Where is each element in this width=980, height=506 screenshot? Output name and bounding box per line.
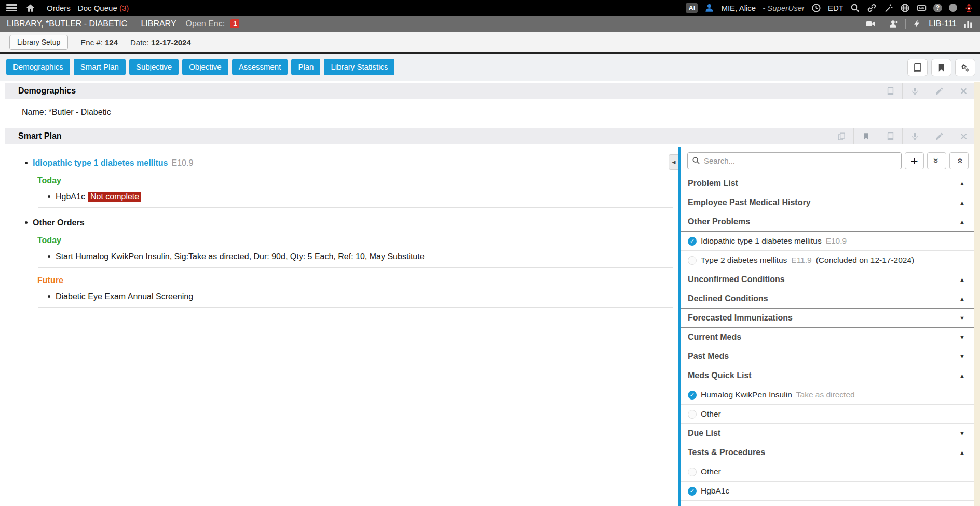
other-orders-label: Other Orders bbox=[33, 218, 85, 227]
demographics-content: Name: *Butler - Diabetic bbox=[0, 99, 980, 126]
order-side-panel: ◀ + » » Problem List ▲ Employee Past bbox=[678, 147, 974, 506]
book-icon[interactable] bbox=[878, 83, 902, 99]
pencil-icon[interactable] bbox=[927, 128, 951, 144]
open-enc-label: Open Enc: bbox=[186, 19, 225, 29]
user-icon[interactable] bbox=[704, 3, 714, 13]
panel-item[interactable]: Type 2 diabetes mellitus E11.9 (Conclude… bbox=[681, 251, 974, 270]
panel-section-header[interactable]: Past Meds ▼ bbox=[681, 347, 974, 366]
panel-search-input[interactable] bbox=[687, 152, 902, 169]
panel-item[interactable]: Other bbox=[681, 462, 974, 482]
panel-section-header[interactable]: Other Problems ▲ bbox=[681, 212, 974, 232]
expand-all-button[interactable]: » bbox=[949, 152, 969, 169]
tab-library-statistics[interactable]: Library Statistics bbox=[324, 59, 394, 75]
tab-assessment[interactable]: Assessment bbox=[232, 59, 288, 75]
book-icon[interactable] bbox=[878, 128, 902, 144]
panel-item-label: HgbA1c bbox=[701, 486, 729, 496]
problem-line: Idiopathic type 1 diabetes mellitusE10.9 bbox=[25, 158, 673, 168]
bullet-icon bbox=[48, 295, 50, 298]
panel-section-title: Declined Conditions bbox=[688, 294, 959, 303]
close-icon[interactable] bbox=[951, 83, 975, 99]
video-camera-icon[interactable] bbox=[865, 19, 876, 29]
checkbox-icon[interactable]: ✓ bbox=[688, 487, 697, 496]
patient-bar: LIBRARY, *BUTLER - DIABETIC LIBRARY Open… bbox=[0, 16, 980, 32]
nav-doc-queue[interactable]: Doc Queue (3) bbox=[78, 4, 129, 12]
checkbox-icon[interactable] bbox=[688, 410, 697, 419]
search-icon[interactable] bbox=[850, 3, 860, 13]
tab-demographics[interactable]: Demographics bbox=[6, 59, 70, 75]
panel-item[interactable]: Other bbox=[681, 405, 974, 424]
hydrant-icon[interactable] bbox=[964, 3, 974, 13]
date-value: 12-17-2024 bbox=[151, 38, 191, 47]
panel-item-label: Humalog KwikPen Insulin bbox=[701, 390, 792, 400]
chart-name[interactable]: LIBRARY bbox=[141, 19, 176, 29]
panel-section-header[interactable]: Current Meds ▼ bbox=[681, 328, 974, 347]
checkbox-icon[interactable] bbox=[688, 256, 697, 265]
close-icon[interactable] bbox=[951, 128, 975, 144]
panel-section-title: Tests & Procedures bbox=[688, 448, 959, 457]
top-bar: Orders Doc Queue (3) AI MIE, Alice - Sup… bbox=[0, 0, 980, 16]
scrollbar-track[interactable] bbox=[974, 82, 980, 506]
clock-icon[interactable] bbox=[811, 3, 821, 13]
copy-icon[interactable] bbox=[829, 128, 853, 144]
search-icon bbox=[692, 156, 700, 165]
checkbox-icon[interactable] bbox=[688, 468, 697, 476]
microphone-icon[interactable] bbox=[902, 83, 927, 99]
panel-section-header[interactable]: Due List ▼ bbox=[681, 424, 974, 443]
bar-chart-icon[interactable] bbox=[963, 19, 973, 29]
tab-bar: DemographicsSmart PlanSubjectiveObjectiv… bbox=[6, 59, 394, 75]
caret-icon: ▲ bbox=[959, 276, 965, 283]
panel-section-header[interactable]: Employee Past Medical History ▲ bbox=[681, 193, 974, 212]
tab-plan[interactable]: Plan bbox=[291, 59, 320, 75]
panel-section-header[interactable]: Declined Conditions ▲ bbox=[681, 289, 974, 309]
microphone-icon[interactable] bbox=[902, 128, 927, 144]
book-button[interactable] bbox=[907, 59, 928, 76]
panel-section-title: Current Meds bbox=[688, 332, 959, 342]
keyboard-icon[interactable] bbox=[917, 3, 927, 13]
divider bbox=[38, 207, 673, 208]
add-order-button[interactable]: + bbox=[905, 152, 924, 169]
panel-section-header[interactable]: Unconfirmed Conditions ▲ bbox=[681, 270, 974, 289]
tab-subjective[interactable]: Subjective bbox=[129, 59, 179, 75]
today-label: Today bbox=[37, 236, 673, 245]
panel-section-header[interactable]: Tests & Procedures ▲ bbox=[681, 443, 974, 462]
panel-section-header[interactable]: Forecasted Immunizations ▼ bbox=[681, 309, 974, 328]
tab-objective[interactable]: Objective bbox=[182, 59, 228, 75]
nav-orders[interactable]: Orders bbox=[47, 4, 71, 12]
library-setup-button[interactable]: Library Setup bbox=[9, 35, 68, 50]
divider bbox=[905, 19, 906, 29]
wand-icon[interactable] bbox=[883, 3, 893, 13]
patient-name[interactable]: LIBRARY, *BUTLER - DIABETIC bbox=[7, 19, 127, 29]
panel-section-header[interactable]: Meds Quick List ▲ bbox=[681, 366, 974, 385]
collapse-panel-button[interactable]: ◀ bbox=[669, 154, 678, 170]
panel-item[interactable]: ✓ Idiopathic type 1 diabetes mellitus E1… bbox=[681, 232, 974, 251]
panel-section-header[interactable]: Visit Orders ▲ bbox=[681, 501, 974, 506]
divider bbox=[882, 19, 882, 29]
bookmark-button[interactable] bbox=[931, 59, 951, 76]
panel-item[interactable]: ✓ Humalog KwikPen Insulin Take as direct… bbox=[681, 385, 974, 405]
caret-icon: ▲ bbox=[959, 180, 965, 187]
checkbox-icon[interactable]: ✓ bbox=[688, 391, 697, 400]
pencil-icon[interactable] bbox=[927, 83, 951, 99]
collapse-all-button[interactable]: » bbox=[927, 152, 946, 169]
link-icon[interactable] bbox=[867, 3, 877, 13]
menu-icon[interactable] bbox=[6, 4, 17, 11]
bookmark-icon[interactable] bbox=[853, 128, 878, 144]
help-icon[interactable]: ? bbox=[933, 4, 942, 12]
checkbox-icon[interactable]: ✓ bbox=[688, 237, 697, 246]
globe-icon[interactable] bbox=[900, 3, 910, 13]
home-icon[interactable] bbox=[25, 3, 35, 13]
panel-section-header[interactable]: Problem List ▲ bbox=[681, 174, 974, 193]
caret-icon: ▲ bbox=[959, 449, 965, 456]
demographics-title: Demographics bbox=[5, 86, 76, 96]
panel-item[interactable]: ✓ HgbA1c bbox=[681, 482, 974, 501]
bullet-icon bbox=[48, 255, 50, 258]
tab-smart-plan[interactable]: Smart Plan bbox=[74, 59, 126, 75]
ai-badge[interactable]: AI bbox=[686, 3, 698, 13]
enc-label: Enc #: bbox=[80, 38, 103, 47]
problem-link[interactable]: Idiopathic type 1 diabetes mellitus bbox=[33, 158, 168, 167]
settings-button[interactable] bbox=[955, 59, 975, 76]
status-dot-icon[interactable] bbox=[949, 4, 957, 12]
add-person-icon[interactable] bbox=[889, 19, 899, 29]
open-enc-count-badge[interactable]: 1 bbox=[230, 19, 239, 28]
lightning-icon[interactable] bbox=[912, 19, 922, 29]
